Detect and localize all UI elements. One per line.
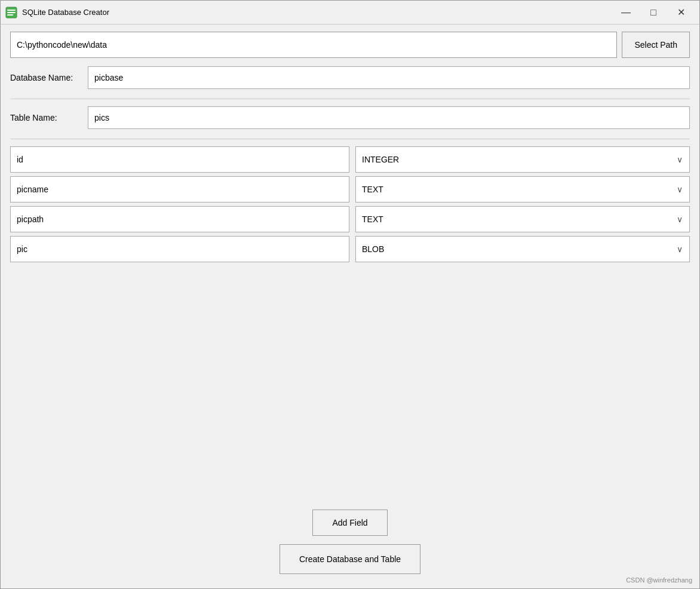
- database-name-input[interactable]: [88, 66, 690, 89]
- app-icon: [5, 7, 17, 19]
- field-row: INTEGERTEXTREALBLOBNUMERIC: [10, 146, 690, 173]
- maximize-button[interactable]: □: [640, 3, 667, 22]
- field-type-wrapper-0: INTEGERTEXTREALBLOBNUMERIC: [355, 146, 690, 173]
- table-name-row: Table Name:: [10, 106, 690, 129]
- divider-1: [10, 99, 690, 99]
- path-row: Select Path: [10, 32, 690, 58]
- table-name-label: Table Name:: [10, 113, 88, 122]
- window-controls: — □ ✕: [612, 3, 695, 22]
- field-type-select-1[interactable]: INTEGERTEXTREALBLOBNUMERIC: [355, 176, 690, 203]
- main-window: SQLite Database Creator — □ ✕ Select Pat…: [0, 0, 700, 589]
- table-name-input[interactable]: [88, 106, 690, 129]
- minimize-button[interactable]: —: [612, 3, 640, 22]
- add-field-button[interactable]: Add Field: [312, 510, 387, 536]
- svg-rect-2: [7, 12, 16, 13]
- window-title: SQLite Database Creator: [22, 8, 612, 17]
- field-type-wrapper-2: INTEGERTEXTREALBLOBNUMERIC: [355, 206, 690, 232]
- field-name-input-1[interactable]: [10, 176, 349, 203]
- field-name-input-0[interactable]: [10, 146, 349, 173]
- svg-rect-3: [7, 14, 13, 16]
- database-name-row: Database Name:: [10, 66, 690, 89]
- field-row: INTEGERTEXTREALBLOBNUMERIC: [10, 206, 690, 232]
- window-content: Select Path Database Name: Table Name: I…: [1, 24, 699, 588]
- close-button[interactable]: ✕: [667, 3, 695, 22]
- field-name-input-2[interactable]: [10, 206, 349, 232]
- field-row: INTEGERTEXTREALBLOBNUMERIC: [10, 236, 690, 262]
- field-name-input-3[interactable]: [10, 236, 349, 262]
- field-row: INTEGERTEXTREALBLOBNUMERIC: [10, 176, 690, 203]
- watermark: CSDN @winfredzhang: [626, 576, 692, 584]
- select-path-button[interactable]: Select Path: [622, 32, 690, 58]
- field-type-select-2[interactable]: INTEGERTEXTREALBLOBNUMERIC: [355, 206, 690, 232]
- svg-rect-1: [7, 10, 16, 11]
- field-type-select-0[interactable]: INTEGERTEXTREALBLOBNUMERIC: [355, 146, 690, 173]
- field-type-select-3[interactable]: INTEGERTEXTREALBLOBNUMERIC: [355, 236, 690, 262]
- database-name-label: Database Name:: [10, 73, 88, 82]
- fields-area: INTEGERTEXTREALBLOBNUMERICINTEGERTEXTREA…: [10, 146, 690, 500]
- divider-2: [10, 139, 690, 139]
- field-type-wrapper-3: INTEGERTEXTREALBLOBNUMERIC: [355, 236, 690, 262]
- path-input[interactable]: [10, 32, 617, 58]
- bottom-buttons: Add Field Create Database and Table: [10, 500, 690, 581]
- create-database-button[interactable]: Create Database and Table: [280, 544, 420, 574]
- title-bar: SQLite Database Creator — □ ✕: [1, 1, 699, 24]
- field-type-wrapper-1: INTEGERTEXTREALBLOBNUMERIC: [355, 176, 690, 203]
